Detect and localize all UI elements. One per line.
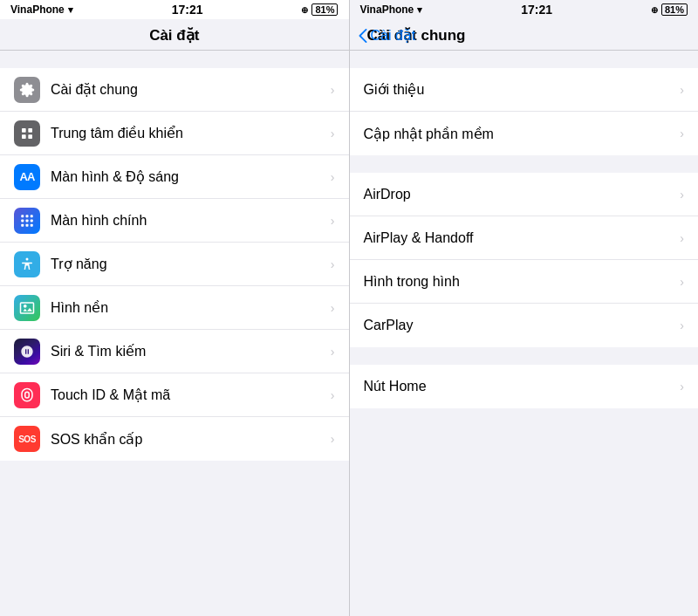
row-hinh-trong-hinh[interactable]: Hình trong hình › <box>350 260 699 304</box>
icon-man-hinh-do-sang: AA <box>14 164 40 190</box>
row-nut-home[interactable]: Nút Home › <box>350 365 699 408</box>
right-group-2: AirDrop › AirPlay & Handoff › Hình trong… <box>350 173 699 347</box>
right-group-1: Giới thiệu › Cập nhật phần mềm › <box>350 68 699 155</box>
row-airplay-handoff[interactable]: AirPlay & Handoff › <box>350 216 699 260</box>
left-panel: VinaPhone ▾ 17:21 ⊕ 81% Cài đặt Cài đặt … <box>0 0 349 616</box>
label-sos: SOS khẩn cấp <box>51 431 327 448</box>
left-nav-title: Cài đặt <box>149 26 199 44</box>
chevron-gioi-thieu: › <box>680 83 684 97</box>
svg-rect-8 <box>26 219 29 222</box>
svg-rect-7 <box>21 219 24 222</box>
label-touch-id: Touch ID & Mật mã <box>51 387 327 403</box>
svg-rect-4 <box>21 215 24 217</box>
left-settings-group: Cài đặt chung › Trung tâm điều khiển › A… <box>0 68 349 461</box>
spacer-4-right <box>350 408 699 426</box>
icon-touch-id <box>14 382 40 408</box>
row-cap-nhat[interactable]: Cập nhật phần mềm › <box>350 112 699 155</box>
svg-rect-5 <box>26 215 29 217</box>
status-left: VinaPhone ▾ <box>10 3 73 16</box>
icon-hinh-nen <box>14 295 40 321</box>
label-airplay-handoff: AirPlay & Handoff <box>364 230 677 246</box>
label-man-hinh-do-sang: Màn hình & Độ sáng <box>51 168 327 185</box>
chevron-cai-dat-chung: › <box>331 83 335 97</box>
svg-rect-10 <box>21 223 24 226</box>
label-hinh-trong-hinh: Hình trong hình <box>364 274 677 290</box>
chevron-tro-nang: › <box>331 257 335 271</box>
right-panel: VinaPhone ▾ 17:21 ⊕ 81% Cài đặt Cài đặt … <box>350 0 699 616</box>
label-cap-nhat: Cập nhật phần mềm <box>364 126 677 142</box>
row-airdrop[interactable]: AirDrop › <box>350 173 699 216</box>
back-label: Cài đặt <box>371 27 416 44</box>
chevron-airdrop: › <box>680 188 684 202</box>
row-sos[interactable]: SOS SOS khẩn cấp › <box>0 417 349 461</box>
row-tro-nang[interactable]: Trợ năng › <box>0 243 349 286</box>
label-hinh-nen: Hình nền <box>51 299 327 316</box>
wifi-icon-left: ▾ <box>68 4 73 16</box>
row-siri[interactable]: Siri & Tìm kiếm › <box>0 330 349 373</box>
label-gioi-thieu: Giới thiệu <box>364 81 677 98</box>
location-icon-right: ⊕ <box>651 5 658 15</box>
chevron-siri: › <box>331 345 335 359</box>
chevron-trung-tam: › <box>331 127 335 140</box>
wifi-icon-right: ▾ <box>417 4 422 16</box>
chevron-sos: › <box>331 432 335 446</box>
row-cai-dat-chung[interactable]: Cài đặt chung › <box>0 68 349 112</box>
spacer-top-right <box>350 51 699 68</box>
svg-rect-12 <box>31 223 33 226</box>
right-nav-bar: Cài đặt Cài đặt chung <box>350 19 699 51</box>
svg-rect-2 <box>22 134 26 139</box>
icon-sos: SOS <box>14 426 40 452</box>
status-right-right: ⊕ 81% <box>651 3 688 16</box>
spacer-2-right <box>350 155 699 173</box>
left-settings-list: Cài đặt chung › Trung tâm điều khiển › A… <box>0 51 349 616</box>
back-button[interactable]: Cài đặt <box>359 27 416 44</box>
label-cai-dat-chung: Cài đặt chung <box>51 81 327 98</box>
spacer <box>0 51 349 68</box>
svg-point-13 <box>26 257 29 260</box>
label-carplay: CarPlay <box>364 318 677 333</box>
icon-siri <box>14 339 40 365</box>
location-icon-left: ⊕ <box>301 5 308 15</box>
chevron-man-hinh-chinh: › <box>331 214 335 228</box>
time-right: 17:21 <box>521 3 552 17</box>
label-siri: Siri & Tìm kiếm <box>51 343 327 359</box>
svg-rect-9 <box>31 219 33 222</box>
chevron-man-hinh-do-sang: › <box>331 170 335 184</box>
chevron-carplay: › <box>680 318 684 332</box>
label-man-hinh-chinh: Màn hình chính <box>51 213 327 229</box>
svg-rect-3 <box>28 134 32 139</box>
status-bar-right: VinaPhone ▾ 17:21 ⊕ 81% <box>350 0 699 19</box>
label-nut-home: Nút Home <box>364 379 677 394</box>
chevron-hinh-nen: › <box>331 301 335 315</box>
chevron-airplay-handoff: › <box>680 231 684 245</box>
row-hinh-nen[interactable]: Hình nền › <box>0 286 349 330</box>
status-left-right: VinaPhone ▾ <box>360 3 423 16</box>
spacer-3-right <box>350 347 699 365</box>
label-tro-nang: Trợ năng <box>51 256 327 272</box>
status-bar-left: VinaPhone ▾ 17:21 ⊕ 81% <box>0 0 349 19</box>
carrier-left: VinaPhone <box>10 3 65 16</box>
chevron-hinh-trong-hinh: › <box>680 275 684 289</box>
label-airdrop: AirDrop <box>364 187 677 202</box>
status-right-left: ⊕ 81% <box>301 3 338 16</box>
chevron-cap-nhat: › <box>680 127 684 140</box>
row-man-hinh-chinh[interactable]: Màn hình chính › <box>0 199 349 243</box>
chevron-touch-id: › <box>331 388 335 402</box>
svg-rect-0 <box>22 128 26 133</box>
icon-man-hinh-chinh <box>14 208 40 234</box>
icon-trung-tam <box>14 120 40 147</box>
label-trung-tam: Trung tâm điều khiển <box>51 125 327 141</box>
right-settings-list: Giới thiệu › Cập nhật phần mềm › AirDrop… <box>350 51 699 616</box>
battery-left: 81% <box>311 3 338 16</box>
icon-cai-dat-chung <box>14 77 40 103</box>
svg-rect-11 <box>26 223 29 226</box>
row-gioi-thieu[interactable]: Giới thiệu › <box>350 68 699 112</box>
row-touch-id[interactable]: Touch ID & Mật mã › <box>0 373 349 417</box>
row-carplay[interactable]: CarPlay › <box>350 304 699 347</box>
svg-point-14 <box>24 304 27 307</box>
chevron-nut-home: › <box>680 380 684 394</box>
row-man-hinh-do-sang[interactable]: AA Màn hình & Độ sáng › <box>0 155 349 199</box>
right-group-3: Nút Home › <box>350 365 699 408</box>
icon-tro-nang <box>14 251 40 277</box>
row-trung-tam-dieu-khien[interactable]: Trung tâm điều khiển › <box>0 112 349 155</box>
